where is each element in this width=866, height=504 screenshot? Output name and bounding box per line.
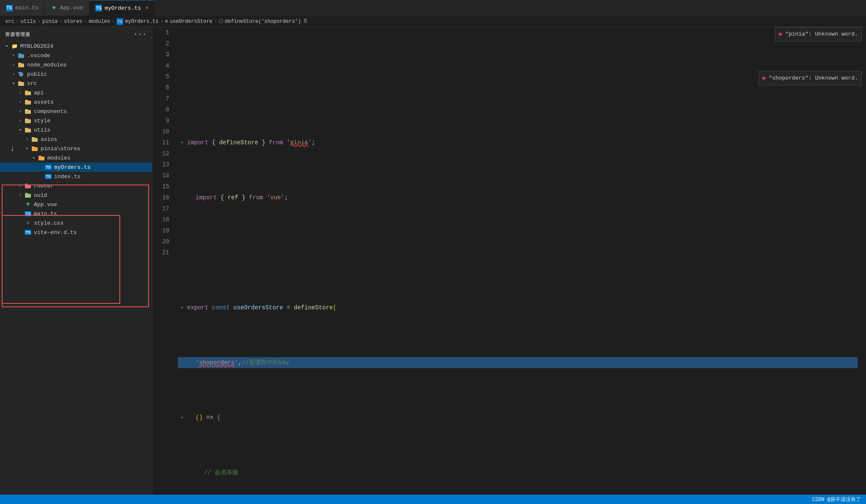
item-label: axios [41, 136, 57, 143]
pinia-folder-icon [30, 145, 39, 152]
svg-rect-3 [18, 63, 21, 64]
sidebar-item-vscode[interactable]: › .vscode [0, 51, 152, 60]
arrow-icon: ▾ [17, 127, 24, 132]
folder-icon [17, 52, 25, 59]
tab-main-ts[interactable]: TS main.ts [0, 0, 45, 16]
sidebar-item-app-vue[interactable]: ▼ App.vue [0, 200, 152, 209]
tooltip-shoporders: ◉ "shoporders": Unknown word. [758, 71, 862, 85]
main-layout: 资源管理器 ··· ▾ 📁 MYBLOG2024 › .vsc [0, 27, 866, 495]
sidebar-item-api[interactable]: › api [0, 88, 152, 97]
sidebar-item-myorders[interactable]: TS myOrders.ts [0, 162, 152, 172]
sidebar-item-index-ts[interactable]: TS index.ts [0, 172, 152, 181]
arrow-icon: › [17, 184, 24, 188]
sidebar-item-src[interactable]: ▾ src [0, 79, 152, 88]
sidebar: 资源管理器 ··· ▾ 📁 MYBLOG2024 › .vsc [0, 27, 152, 495]
sidebar-item-vite-env[interactable]: TS vite-env.d.ts [0, 228, 152, 237]
bottom-bar: CSDN @尿不湿没有了 [0, 495, 866, 504]
fold-btn-1[interactable]: ▾ [178, 138, 186, 147]
svg-rect-15 [25, 118, 28, 120]
sidebar-header: 资源管理器 ··· [0, 27, 152, 41]
sidebar-item-uuid[interactable]: › uuid [0, 190, 152, 200]
folder-icon [24, 89, 32, 96]
fold-btn-6[interactable]: ▾ [178, 413, 186, 422]
svg-rect-10 [25, 101, 31, 105]
more-icon[interactable]: ··· [133, 30, 147, 38]
sidebar-title: 资源管理器 [5, 31, 30, 38]
sidebar-item-root[interactable]: ▾ 📁 MYBLOG2024 [0, 41, 152, 51]
item-label: router [34, 183, 54, 189]
tab-myorders-ts[interactable]: TS myOrders.ts × [89, 0, 155, 16]
arrow-icon: › [17, 109, 24, 114]
svg-rect-23 [39, 156, 41, 157]
arrow-icon: ▾ [30, 155, 37, 160]
vue-icon: ▼ [51, 5, 58, 11]
tab-label: main.ts [15, 5, 39, 11]
ts-icon: TS [6, 5, 13, 11]
svg-rect-16 [25, 129, 31, 132]
arrow-icon: ▾ [3, 44, 10, 49]
root-icon: 📁 [10, 43, 19, 50]
tab-app-vue[interactable]: ▼ App.vue [45, 0, 90, 16]
breadcrumb: src › utils › pinia › stores › modules ›… [0, 16, 866, 27]
arrow-icon: › [17, 91, 24, 95]
router-folder-icon [24, 182, 32, 189]
tab-close-icon[interactable]: × [145, 5, 149, 11]
item-label: src [27, 80, 37, 87]
svg-rect-11 [25, 100, 28, 101]
item-label: style.css [34, 220, 63, 226]
sidebar-tree: ▾ 📁 MYBLOG2024 › .vscode › node_modules [0, 41, 152, 495]
sidebar-item-pinia-stores[interactable]: ▾ ↓ pinia\stores [0, 144, 152, 153]
tab-label: App.vue [60, 5, 83, 11]
code-line-1: ▾ import { defineStore } from 'pinia'; [178, 137, 858, 148]
css-file-icon: ≡ [24, 220, 32, 226]
sidebar-item-node-modules[interactable]: › node_modules [0, 60, 152, 69]
folder-icon [24, 127, 32, 133]
svg-rect-22 [39, 157, 44, 160]
svg-rect-2 [18, 63, 24, 67]
code-line-7: // 会员等级 [178, 467, 858, 478]
svg-rect-21 [32, 146, 35, 148]
bottom-bar-label: CSDN @尿不湿没有了 [812, 496, 861, 503]
folder-icon [24, 117, 32, 124]
sidebar-item-assets[interactable]: › assets [0, 97, 152, 107]
arrow-icon: › [17, 193, 24, 198]
sidebar-item-router[interactable]: › router [0, 181, 152, 190]
item-label: style [34, 118, 50, 124]
ts-file-icon: TS [44, 164, 52, 171]
yellow-arrow-icon: ↓ [10, 144, 15, 153]
svg-rect-8 [25, 91, 31, 95]
sidebar-item-main-ts[interactable]: TS main.ts [0, 209, 152, 218]
item-label: public [27, 71, 47, 77]
ts-icon: TS [95, 5, 102, 11]
sidebar-item-modules[interactable]: ▾ modules [0, 153, 152, 162]
arrow-icon: › [17, 100, 24, 105]
arrow-icon: ▾ [10, 81, 17, 86]
arrow-icon: › [17, 118, 24, 123]
fold-btn-4[interactable]: ▾ [178, 303, 186, 312]
item-label: index.ts [54, 174, 80, 180]
item-label: main.ts [34, 211, 57, 217]
svg-rect-6 [18, 82, 24, 86]
svg-rect-18 [32, 138, 38, 142]
item-label: utils [34, 127, 50, 133]
folder-icon [17, 80, 25, 87]
sidebar-item-style-css[interactable]: ≡ style.css [0, 218, 152, 228]
line-numbers: 1 2 3 4 5 6 7 8 9 10 11 12 13 14 15 16 1… [152, 27, 174, 495]
sidebar-item-style[interactable]: › style [0, 116, 152, 125]
sidebar-item-public[interactable]: › public [0, 69, 152, 79]
svg-rect-13 [25, 109, 28, 110]
sidebar-item-axios[interactable]: › axios [0, 135, 152, 144]
sidebar-item-components[interactable]: › components [0, 107, 152, 116]
item-label: components [34, 108, 67, 115]
item-label: api [34, 90, 44, 96]
sidebar-actions[interactable]: ··· [133, 30, 147, 38]
svg-rect-0 [18, 54, 24, 58]
folder-icon [24, 108, 32, 115]
svg-rect-25 [25, 184, 28, 185]
code-editor[interactable]: 1 2 3 4 5 6 7 8 9 10 11 12 13 14 15 16 1… [152, 27, 866, 495]
code-line-6: ▾ () => { [178, 412, 858, 423]
folder-icon [17, 61, 25, 68]
code-line-5: 'shoporders',//是缓存中的key [178, 357, 858, 368]
ts-file-icon: TS [24, 229, 32, 236]
sidebar-item-utils[interactable]: ▾ utils [0, 125, 152, 135]
